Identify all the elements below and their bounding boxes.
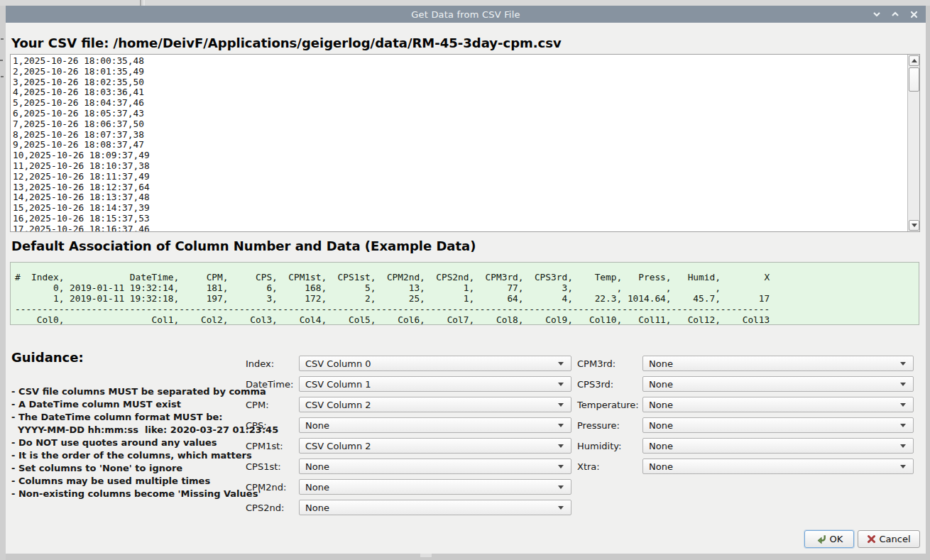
combo-value: CSV Column 0 xyxy=(305,358,554,369)
label-pressure: Pressure: xyxy=(577,420,620,431)
background-divider xyxy=(140,0,141,6)
window-controls xyxy=(870,6,920,23)
cancel-x-icon xyxy=(867,534,876,544)
background-tick xyxy=(420,554,432,557)
combo-value: None xyxy=(305,461,554,472)
label-temperature: Temperature: xyxy=(577,400,639,410)
guidance-list: - CSV file columns MUST be separated by … xyxy=(11,385,278,500)
combo-cpm1st[interactable]: CSV Column 2 xyxy=(299,438,571,454)
window-unshade-button[interactable] xyxy=(889,8,902,21)
window-title: Get Data from CSV File xyxy=(411,9,520,20)
combo-value: None xyxy=(649,461,896,472)
label-cpm1st: CPM1st: xyxy=(246,441,283,451)
chevron-down-icon xyxy=(900,403,906,407)
combo-value: CSV Column 1 xyxy=(305,379,554,390)
combo-cpm2nd[interactable]: None xyxy=(299,479,571,495)
label-cpm: CPM: xyxy=(246,400,269,410)
combo-temperature[interactable]: None xyxy=(642,397,914,412)
close-icon xyxy=(910,11,918,18)
chevron-down-icon xyxy=(558,424,564,427)
combo-cps1st[interactable]: None xyxy=(299,459,571,474)
chevron-down-icon xyxy=(558,403,564,407)
cancel-button-label: Cancel xyxy=(879,534,910,544)
chevron-up-icon xyxy=(891,11,899,17)
chevron-down-icon xyxy=(558,485,564,489)
combo-value: None xyxy=(649,358,896,369)
example-data-block: # Index, DateTime, CPM, CPS, CPM1st, CPS… xyxy=(10,262,919,325)
chevron-down-icon xyxy=(558,465,564,468)
combo-value: None xyxy=(649,420,896,431)
combo-cpm[interactable]: CSV Column 2 xyxy=(299,397,571,412)
csv-preview[interactable]: 1,2025-10-26 18:00:35,48 2,2025-10-26 18… xyxy=(10,54,920,232)
combo-cps[interactable]: None xyxy=(299,417,571,433)
chevron-down-icon xyxy=(872,11,881,17)
guidance-heading: Guidance: xyxy=(11,350,84,365)
file-path-heading: Your CSV file: /home/DeivF/Applications/… xyxy=(11,35,562,50)
desktop-background-bottom xyxy=(6,554,930,560)
combo-value: None xyxy=(305,503,554,513)
csv-preview-text: 1,2025-10-26 18:00:35,48 2,2025-10-26 18… xyxy=(13,56,150,232)
label-cpm3rd: CPM3rd: xyxy=(577,358,616,369)
label-xtra: Xtra: xyxy=(577,461,600,472)
label-cps2nd: CPS2nd: xyxy=(246,503,284,513)
combo-value: None xyxy=(649,441,896,451)
label-cps3rd: CPS3rd: xyxy=(577,379,613,390)
chevron-down-icon xyxy=(900,465,906,468)
csv-import-dialog: Get Data from CSV File Your CSV file: /h… xyxy=(6,6,926,554)
combo-value: CSV Column 2 xyxy=(305,400,554,410)
combo-value: None xyxy=(649,400,896,410)
combo-datetime[interactable]: CSV Column 1 xyxy=(299,376,571,392)
combo-xtra[interactable]: None xyxy=(642,459,914,474)
label-index: Index: xyxy=(246,358,274,369)
chevron-down-icon xyxy=(900,362,906,366)
label-cpm2nd: CPM2nd: xyxy=(246,482,286,493)
combo-cpm3rd[interactable]: None xyxy=(642,356,914,371)
association-heading: Default Association of Column Number and… xyxy=(11,238,476,253)
scrollbar-up-button[interactable] xyxy=(909,55,919,66)
combo-value: None xyxy=(305,482,554,493)
scrollbar-thumb[interactable] xyxy=(909,67,919,92)
combo-value: CSV Column 2 xyxy=(305,441,554,451)
label-datetime: DateTime: xyxy=(246,379,293,390)
titlebar[interactable]: Get Data from CSV File xyxy=(6,6,926,23)
chevron-down-icon xyxy=(900,424,906,427)
label-humidity: Humidity: xyxy=(577,441,621,451)
label-cps: CPS: xyxy=(246,420,267,431)
ok-button[interactable]: OK xyxy=(804,530,854,548)
background-divider xyxy=(143,0,145,6)
ok-button-label: OK xyxy=(830,534,843,544)
label-cps1st: CPS1st: xyxy=(246,461,281,472)
window-close-button[interactable] xyxy=(907,8,920,21)
arrow-down-icon xyxy=(912,224,917,227)
desktop-background-left xyxy=(0,6,6,560)
combo-humidity[interactable]: None xyxy=(642,438,914,454)
combo-index[interactable]: CSV Column 0 xyxy=(299,356,571,371)
combo-pressure[interactable]: None xyxy=(642,417,914,433)
chevron-down-icon xyxy=(900,444,906,448)
combo-value: None xyxy=(649,379,896,390)
scrollbar-down-button[interactable] xyxy=(909,220,919,231)
chevron-down-icon xyxy=(558,362,564,366)
ok-enter-arrow-icon xyxy=(816,534,827,544)
desktop-background-top xyxy=(0,0,930,6)
combo-cps2nd[interactable]: None xyxy=(299,500,571,515)
scrollbar-track[interactable] xyxy=(907,55,919,231)
window-shade-button[interactable] xyxy=(870,8,883,21)
example-data-text: # Index, DateTime, CPM, CPS, CPM1st, CPS… xyxy=(15,272,770,325)
combo-cps3rd[interactable]: None xyxy=(642,376,914,392)
chevron-down-icon xyxy=(558,506,564,510)
combo-value: None xyxy=(305,420,554,431)
chevron-down-icon xyxy=(558,383,564,386)
chevron-down-icon xyxy=(900,383,906,386)
cancel-button[interactable]: Cancel xyxy=(858,530,920,548)
desktop-background-right xyxy=(926,6,930,560)
chevron-down-icon xyxy=(558,444,564,448)
arrow-up-icon xyxy=(912,59,917,62)
